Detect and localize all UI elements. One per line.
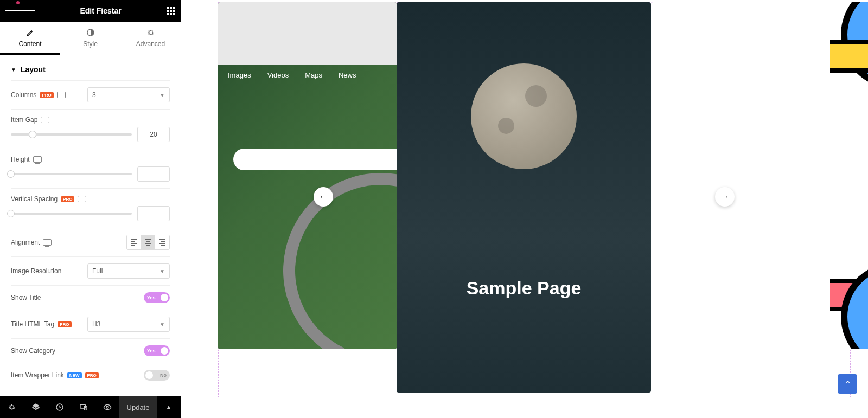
arrow-right-icon: → xyxy=(720,192,729,202)
menu-icon[interactable] xyxy=(5,9,35,12)
section-layout[interactable]: ▼Layout xyxy=(11,55,170,80)
alignment-label: Alignment xyxy=(11,239,40,246)
carousel-prev-button[interactable]: ← xyxy=(314,187,333,207)
tab-advanced[interactable]: Advanced xyxy=(120,22,181,55)
preview-button[interactable] xyxy=(95,396,119,418)
pro-badge: PRO xyxy=(40,92,53,98)
pro-badge: PRO xyxy=(85,372,99,378)
responsive-icon[interactable] xyxy=(57,92,66,98)
show-category-label: Show Category xyxy=(11,347,55,355)
carousel-card-3[interactable]: VS xyxy=(651,2,868,349)
pro-badge: PRO xyxy=(61,196,74,202)
navigator-button[interactable] xyxy=(24,396,48,418)
height-label: Height xyxy=(11,156,30,163)
columns-label: Columns xyxy=(11,91,36,99)
update-options-button[interactable]: ▲ xyxy=(157,396,181,418)
title-tag-select[interactable]: H3▼ xyxy=(87,317,170,332)
align-left-button[interactable] xyxy=(127,235,141,249)
history-button[interactable] xyxy=(48,396,72,418)
chevron-up-icon: ▲ xyxy=(165,403,172,411)
chevron-up-icon: ⌃ xyxy=(844,379,851,389)
contrast-icon xyxy=(86,28,95,37)
preview-nav: ImagesVideosMapsNews xyxy=(228,71,356,79)
show-title-toggle[interactable]: Yes xyxy=(144,292,170,303)
pro-badge: PRO xyxy=(58,321,71,327)
vertical-spacing-slider[interactable] xyxy=(11,213,132,215)
person-icon-bottom xyxy=(841,262,868,349)
responsive-icon[interactable] xyxy=(33,156,42,163)
title-tag-label: Title HTML Tag xyxy=(11,320,54,328)
image-resolution-label: Image Resolution xyxy=(11,267,61,275)
responsive-icon[interactable] xyxy=(41,117,49,123)
item-wrapper-link-label: Item Wrapper Link xyxy=(11,371,64,379)
chevron-down-icon: ▼ xyxy=(159,92,165,98)
responsive-button[interactable] xyxy=(72,396,95,418)
arrow-left-icon: ← xyxy=(319,192,328,202)
panel-title: Edit Fiestar xyxy=(80,7,121,15)
item-gap-label: Item Gap xyxy=(11,116,37,124)
item-gap-input[interactable] xyxy=(137,127,170,142)
vertical-spacing-label: Vertical Spacing xyxy=(11,195,58,203)
svg-point-3 xyxy=(106,406,108,408)
item-gap-slider[interactable] xyxy=(11,133,132,136)
responsive-icon[interactable] xyxy=(78,196,86,202)
show-category-toggle[interactable]: Yes xyxy=(144,345,170,356)
scroll-top-button[interactable]: ⌃ xyxy=(838,374,857,394)
widgets-grid-icon[interactable] xyxy=(167,7,175,15)
height-slider[interactable] xyxy=(11,173,132,175)
tab-content[interactable]: Content xyxy=(0,22,60,55)
chevron-down-icon: ▼ xyxy=(159,268,165,274)
devices-icon xyxy=(79,403,88,411)
pencil-icon xyxy=(26,28,35,37)
chevron-down-icon: ▼ xyxy=(159,321,165,327)
columns-select[interactable]: 3▼ xyxy=(87,87,170,102)
vertical-spacing-input[interactable] xyxy=(137,206,170,221)
settings-button[interactable] xyxy=(0,396,24,418)
layers-icon xyxy=(31,403,40,411)
yellow-bar xyxy=(830,40,868,73)
new-badge: NEW xyxy=(67,372,82,378)
image-resolution-select[interactable]: Full▼ xyxy=(87,263,170,279)
gear-icon xyxy=(146,28,155,37)
responsive-icon[interactable] xyxy=(43,239,52,246)
gear-icon xyxy=(8,403,16,411)
height-input[interactable] xyxy=(137,166,170,182)
show-title-label: Show Title xyxy=(11,294,41,301)
caret-down-icon: ▼ xyxy=(11,67,16,73)
carousel-card-1[interactable]: ImagesVideosMapsNews xyxy=(218,2,397,349)
update-button[interactable]: Update xyxy=(119,396,157,418)
align-center-button[interactable] xyxy=(141,235,155,249)
item-wrapper-link-toggle[interactable]: No xyxy=(144,370,170,381)
carousel-card-2[interactable]: Sample Page xyxy=(397,2,651,393)
moon-image xyxy=(471,63,577,169)
preview-searchbar xyxy=(233,149,397,170)
tab-style[interactable]: Style xyxy=(60,22,120,55)
eye-icon xyxy=(103,403,112,411)
align-right-button[interactable] xyxy=(155,235,169,249)
sample-page-title: Sample Page xyxy=(467,278,582,299)
carousel-next-button[interactable]: → xyxy=(715,187,735,207)
history-icon xyxy=(55,403,64,411)
